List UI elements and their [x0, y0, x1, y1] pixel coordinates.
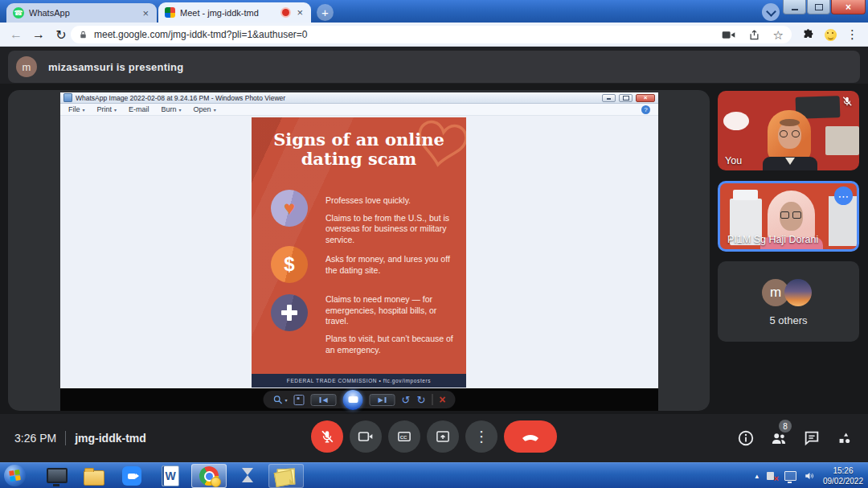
tile-options-button[interactable]: ⋯ — [834, 187, 853, 205]
present-icon — [435, 429, 451, 444]
tab-close-icon[interactable]: × — [295, 7, 305, 18]
browser-toolbar: ← → ↻ meet.google.com/jmg-iddk-tmd?pli=1… — [0, 23, 868, 47]
divider — [65, 431, 66, 445]
windows-taskbar: W ▴ × 15:26 09/02/2022 — [0, 462, 868, 488]
chat-icon — [803, 429, 821, 447]
captions-button[interactable]: CC — [388, 420, 420, 453]
activities-button[interactable] — [834, 428, 855, 449]
medical-cross-icon — [271, 294, 308, 331]
previous-button[interactable]: ◀ — [311, 394, 337, 406]
folder-icon — [84, 470, 104, 486]
menu-file[interactable]: File▾ — [68, 105, 85, 113]
meeting-details-button[interactable] — [735, 428, 756, 449]
new-tab-button[interactable]: + — [317, 4, 334, 21]
photo-viewer-content: Signs of an online dating scam ♥ Profess… — [60, 116, 658, 388]
mic-off-button[interactable] — [311, 420, 343, 453]
bookmark-star-icon[interactable]: ☆ — [773, 29, 784, 41]
present-button[interactable] — [427, 420, 459, 453]
hidden-icons-button[interactable]: ▴ — [755, 472, 759, 480]
infographic-image: Signs of an online dating scam ♥ Profess… — [252, 117, 466, 388]
menu-print[interactable]: Print▾ — [97, 105, 117, 113]
caret-down-icon: ▾ — [114, 107, 117, 113]
taskbar-zoom-button[interactable] — [122, 466, 141, 486]
glasses-icon — [780, 130, 788, 137]
tab-close-icon[interactable]: × — [141, 8, 150, 18]
captions-icon: CC — [396, 429, 412, 444]
viewer-close-button[interactable]: × — [636, 94, 655, 102]
extensions-icon[interactable] — [802, 28, 815, 41]
tab-whatsapp[interactable]: ☎ WhatsApp × — [6, 3, 157, 23]
glasses-icon — [792, 211, 801, 219]
participant-tile-others[interactable]: m 5 others — [718, 261, 859, 342]
viewer-maximize-button[interactable] — [619, 94, 633, 102]
lock-icon — [79, 30, 88, 40]
emoji-extension-icon[interactable] — [825, 29, 837, 41]
volume-icon[interactable] — [804, 470, 816, 482]
menu-email[interactable]: E-mail — [129, 105, 149, 113]
slideshow-button[interactable] — [343, 390, 363, 410]
caret-down-icon: ▾ — [214, 107, 216, 113]
browser-menu-icon[interactable]: ⋮ — [846, 27, 858, 42]
menu-burn[interactable]: Burn▾ — [162, 105, 182, 113]
tab-search-button[interactable] — [762, 3, 780, 21]
windows-logo-icon — [9, 470, 21, 482]
actual-size-button[interactable] — [294, 395, 305, 405]
help-icon[interactable]: ? — [641, 105, 650, 114]
sticky-notes-icon — [277, 469, 296, 486]
mic-off-icon — [841, 96, 853, 107]
forward-button[interactable]: → — [29, 25, 48, 44]
participants-button[interactable]: 8 — [768, 428, 789, 449]
rotate-ccw-button[interactable]: ↺ — [402, 395, 411, 405]
taskbar-chrome-button[interactable] — [191, 464, 227, 488]
window-maximize-button[interactable] — [807, 0, 830, 14]
taskbar-explorer-button[interactable] — [84, 470, 104, 486]
more-options-button[interactable]: ⋮ — [465, 420, 497, 453]
delete-button[interactable]: × — [439, 394, 445, 405]
others-count: 5 others — [718, 314, 859, 326]
end-call-button[interactable] — [504, 420, 557, 453]
window-close-button[interactable]: × — [831, 0, 866, 14]
taskbar-computer-button[interactable] — [47, 468, 68, 483]
start-button[interactable] — [4, 465, 26, 486]
caret-down-icon: ▾ — [83, 107, 85, 113]
recording-dot-icon — [282, 9, 289, 16]
menu-open[interactable]: Open▾ — [194, 105, 216, 113]
tray-clock[interactable]: 15:26 09/02/2022 — [823, 465, 863, 487]
glasses-icon — [792, 130, 800, 137]
meeting-code: jmg-iddk-tmd — [75, 432, 146, 445]
participant-tile-pi1m[interactable]: ⋯ PI1M Sg Haji Dorani — [718, 181, 859, 252]
tab-label: Meet - jmg-iddk-tmd — [180, 8, 276, 18]
address-bar[interactable]: meet.google.com/jmg-iddk-tmd?pli=1&authu… — [71, 26, 792, 43]
back-button[interactable]: ← — [6, 25, 26, 44]
next-button[interactable]: ▶ — [370, 394, 395, 406]
end-call-icon — [521, 432, 540, 441]
presenting-text: mizasamsuri is presenting — [48, 61, 183, 73]
chat-button[interactable] — [801, 428, 822, 449]
window-minimize-button[interactable] — [783, 0, 806, 14]
taskbar-notes-button[interactable] — [268, 464, 304, 488]
camera-allowed-icon[interactable] — [722, 30, 735, 40]
viewer-minimize-button[interactable] — [602, 94, 616, 102]
meet-bottom-bar: 3:26 PM jmg-iddk-tmd — [0, 414, 868, 462]
emoji-overlay-icon — [211, 477, 221, 487]
info-icon — [737, 429, 755, 447]
chevron-down-icon — [766, 6, 776, 17]
zoom-button[interactable]: ▾ — [272, 395, 287, 405]
device-error-icon[interactable]: × — [766, 470, 777, 482]
rotate-cw-button[interactable]: ↻ — [416, 395, 425, 405]
tab-label: WhatsApp — [29, 8, 136, 18]
tray-date: 09/02/2022 — [823, 476, 863, 487]
hourglass-icon — [242, 467, 253, 483]
participant-tile-you[interactable]: You — [718, 91, 859, 170]
taskbar-word-button[interactable]: W — [162, 465, 179, 486]
heart-icon: ♥ — [271, 190, 308, 227]
scam-item-text: Claims to need money — for emergencies, … — [326, 294, 457, 362]
camera-button[interactable] — [350, 420, 382, 453]
network-icon[interactable] — [784, 471, 796, 481]
taskbar-hourglass-button[interactable] — [242, 467, 253, 483]
reload-button[interactable]: ↻ — [51, 25, 71, 44]
tab-meet[interactable]: Meet - jmg-iddk-tmd × — [158, 2, 311, 23]
share-icon[interactable] — [748, 29, 760, 41]
tray-time: 15:26 — [823, 465, 863, 477]
activities-icon — [836, 429, 854, 447]
